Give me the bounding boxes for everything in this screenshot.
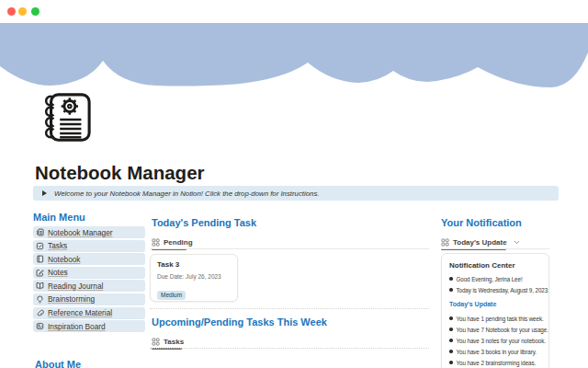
bullet-icon: [449, 350, 453, 353]
notification-item: You have 3 notes for your notebook.: [449, 335, 541, 346]
sidebar-item-label: Inspiration Board: [48, 322, 106, 331]
task-card-title: Task 3: [157, 260, 231, 269]
sidebar-item-label: Notebook: [48, 255, 81, 264]
tab-pending-label: Pending: [164, 238, 193, 247]
tab-tasks[interactable]: Tasks: [152, 335, 184, 349]
toggle-triangle-icon[interactable]: [42, 190, 47, 196]
open-book-icon: [36, 282, 44, 290]
window-titlebar: [0, 0, 588, 23]
notification-card[interactable]: Notification Center Good Evening, Jerina…: [441, 253, 549, 368]
tab-todays-update[interactable]: Today's Update: [441, 236, 520, 249]
app-window: Notebook Manager Welcome to your Noteboo…: [0, 0, 588, 368]
notification-text: Good Evening, Jerina Lee!: [457, 276, 523, 282]
gallery-grid-icon: [441, 238, 449, 247]
picture-board-icon: [36, 322, 44, 330]
sidebar-item-reference-material[interactable]: Reference Material: [33, 307, 145, 319]
notification-text: You have 2 brainstorming ideas.: [457, 360, 537, 366]
sidebar-item-inspiration-board[interactable]: Inspiration Board: [33, 320, 145, 332]
sidebar: Main Menu Notebook Manager: [33, 212, 145, 223]
notification-item: You have 3 books in your library.: [449, 346, 541, 357]
sidebar-item-label: Notebook Manager: [48, 228, 113, 237]
tab-todays-update-label: Today's Update: [453, 238, 507, 247]
notification-card-title: Notification Center: [449, 261, 541, 270]
notification-heading: Your Notification: [441, 217, 522, 228]
task-card-due-date: Due Date: July 26, 2023: [157, 273, 231, 280]
callout-text: Welcome to your Notebook Manager in Noti…: [54, 190, 319, 198]
tabbar-divider: [150, 248, 429, 249]
sidebar-item-label: Notes: [48, 268, 68, 277]
sidebar-item-label: Tasks: [48, 241, 67, 250]
notification-text: You have 3 books in your library.: [457, 349, 537, 355]
cover-banner-wave: [0, 23, 588, 92]
sidebar-item-reading-journal[interactable]: Reading Journal: [33, 280, 145, 292]
tabbar-divider: [441, 248, 549, 249]
book-icon: [36, 255, 44, 263]
bullet-icon: [449, 277, 453, 281]
notification-text: Today is Wednesday, August 9, 2023.: [457, 287, 549, 293]
notification-item: You have 7 Notebook for your usage.: [449, 324, 541, 335]
tabbar-divider: [150, 348, 429, 349]
bullet-icon: [449, 288, 453, 292]
gallery-grid-icon: [152, 238, 160, 247]
notification-item: You have 2 brainstorming ideas.: [449, 357, 541, 368]
task-card[interactable]: Task 3 Due Date: July 26, 2023 Medium No…: [150, 254, 238, 302]
lightbulb-icon: [36, 295, 44, 304]
sidebar-menu: Notebook Manager Tasks: [33, 226, 145, 334]
sidebar-item-label: Reading Journal: [48, 282, 103, 291]
pending-section-heading: Today's Pending Task: [152, 217, 256, 228]
sidebar-item-notebook[interactable]: Notebook: [33, 253, 145, 265]
notification-item: Good Evening, Jerina Lee!: [449, 273, 541, 284]
sidebar-item-label: Reference Material: [48, 308, 112, 317]
page-icon-notebook-gear[interactable]: [39, 92, 92, 145]
instructions-callout[interactable]: Welcome to your Notebook Manager in Noti…: [33, 186, 559, 201]
minimize-window-button[interactable]: [18, 7, 27, 16]
priority-badge: Medium: [157, 291, 186, 300]
upcoming-section-heading: Upcoming/Pending Tasks This Week: [152, 316, 327, 328]
sidebar-heading: Main Menu: [33, 212, 145, 223]
notification-item: You have 1 pending task this week.: [449, 313, 541, 324]
bullet-icon: [449, 339, 453, 342]
tab-pending[interactable]: Pending: [152, 236, 193, 249]
chevron-down-icon[interactable]: [511, 240, 520, 245]
sidebar-item-brainstorming[interactable]: Brainstorming: [33, 293, 145, 305]
checkbox-icon: [36, 242, 44, 250]
sidebar-item-notes[interactable]: Notes: [33, 267, 145, 279]
notification-item: Today is Wednesday, August 9, 2023.: [449, 284, 541, 295]
section-divider: [150, 308, 429, 309]
sidebar-item-label: Brainstorming: [48, 294, 95, 304]
tab-tasks-label: Tasks: [164, 338, 184, 346]
bullet-icon: [449, 361, 453, 364]
notification-text: You have 1 pending task this week.: [457, 316, 544, 322]
paperclip-icon: [36, 309, 44, 317]
spiral-notebook-icon: [36, 228, 44, 236]
sidebar-item-tasks[interactable]: Tasks: [33, 240, 145, 252]
notification-text: You have 7 Notebook for your usage.: [457, 327, 548, 333]
notification-text: You have 3 notes for your notebook.: [457, 338, 546, 344]
close-window-button[interactable]: [7, 7, 16, 16]
bullet-icon: [449, 328, 453, 331]
todays-update-subheading: Today's Update: [449, 301, 541, 310]
about-me-heading: About Me: [35, 359, 81, 368]
edit-pencil-icon: [36, 269, 44, 277]
zoom-window-button[interactable]: [31, 7, 40, 16]
page-title: Notebook Manager: [35, 162, 205, 184]
gallery-grid-icon: [152, 338, 160, 346]
bullet-icon: [449, 316, 453, 320]
sidebar-item-notebook-manager[interactable]: Notebook Manager: [33, 226, 145, 238]
